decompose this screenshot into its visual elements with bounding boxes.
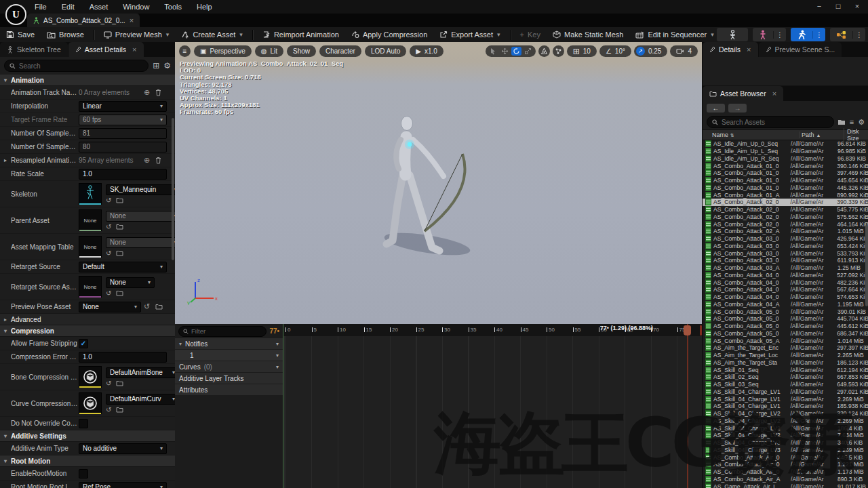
reimport-animation-button[interactable]: Reimport Animation	[256, 27, 345, 42]
camera-speed-button[interactable]: 4	[670, 45, 698, 57]
use-selected-icon[interactable]: ↺	[106, 380, 111, 387]
table-row[interactable]: AS_Idle_Aim_Up_0_Seq/All/Game/Ar96.814 K…	[703, 140, 868, 148]
chevron-down-icon[interactable]: ▾	[276, 352, 279, 359]
settings-gear-icon[interactable]: ⚙	[858, 118, 865, 127]
table-row[interactable]: AS_Skill_04_Charge_LV1/All/Game/Ar2.269 …	[703, 395, 868, 403]
tab-as-combo-attack[interactable]: AS_Combo_Attack_02_0... ×	[27, 14, 140, 27]
curve-compression-dropdown[interactable]: DefaultAnimCurv ▾	[106, 394, 175, 405]
chevron-down-icon[interactable]: ▾	[276, 341, 279, 347]
table-row[interactable]: AS_Combo_Attack_03_0/All/Game/Ar533.793 …	[703, 249, 868, 257]
table-row[interactable]: AS_Skill_03_Seq/All/Game/Ar649.593 KiB	[703, 381, 868, 388]
viewport-pill-perspective[interactable]: ▣Perspective	[194, 45, 252, 57]
table-row[interactable]: AS_Combo_Attack_05_0/All/Game/Ar686.347 …	[703, 330, 868, 338]
retarget-source-dropdown[interactable]: Default ▾	[79, 262, 167, 272]
trash-icon[interactable]	[155, 89, 161, 96]
filter-icon[interactable]: ≡	[850, 118, 854, 126]
asset-mapping-dropdown[interactable]: None ▾	[106, 237, 175, 248]
use-selected-icon[interactable]: ↺	[106, 249, 111, 257]
scale-tool-icon[interactable]	[523, 47, 533, 56]
preview-pose-dropdown[interactable]: None ▾	[79, 302, 141, 312]
table-row[interactable]: AS_Combo_Attack_02_0/All/Game/Ar545.775 …	[703, 206, 868, 214]
table-row[interactable]: AS_Aim_the_Target_Sta/All/Game/Ar186.123…	[703, 359, 868, 367]
table-row[interactable]: AS_Combo_Attack_05_0/All/Game/Ar445.704 …	[703, 315, 868, 323]
menu-file[interactable]: File	[27, 1, 54, 13]
section-animation[interactable]: ▾ Animation	[0, 75, 175, 86]
table-row[interactable]: AS_Combo_Attack_01_0/All/Game/Ar445.654 …	[703, 177, 868, 184]
table-row[interactable]: AS_Combo_Attack_01_0/All/Game/Ar397.469 …	[703, 169, 868, 177]
menu-edit[interactable]: Edit	[54, 1, 82, 13]
close-tab-icon[interactable]: ×	[772, 89, 776, 98]
table-row[interactable]: AS_Combo_Attack_04_0/All/Game/Ar527.092 …	[703, 272, 868, 279]
table-row[interactable]: AS_Combo_Attack_05_A/All/Game/Ar1.014 Mi…	[703, 337, 868, 344]
viewport-pill-character[interactable]: Character	[319, 45, 361, 57]
additive-anim-type-dropdown[interactable]: No additive ▾	[79, 443, 167, 454]
table-row[interactable]: AS_Skill_04_Charge_LV1/All/Game/Ar297.02…	[703, 388, 868, 396]
track-notifies[interactable]: ▾ Notifies ▾	[175, 338, 283, 349]
table-row[interactable]: AS_Combo_Attack_01_0/All/Game/Ar445.326 …	[703, 184, 868, 192]
browse-button[interactable]: Browse	[41, 27, 90, 42]
trash-icon[interactable]	[155, 157, 161, 164]
table-row[interactable]: AS_Combo_Attack_01_0/All/Game/Ar390.146 …	[703, 162, 868, 169]
playhead-handle[interactable]	[684, 325, 691, 336]
table-row[interactable]: AS_Combo_Attack_05_0/All/Game/Ar445.612 …	[703, 323, 868, 330]
save-button[interactable]: Save	[0, 27, 41, 42]
make-static-mesh-button[interactable]: Make Static Mesh	[547, 27, 629, 42]
bone-compression-thumbnail[interactable]	[79, 366, 102, 388]
table-row[interactable]: AS_Combo_Attack_04_0/All/Game/Ar574.653 …	[703, 293, 868, 301]
asset-mapping-thumbnail[interactable]: None	[79, 236, 102, 258]
curve-compression-thumbnail[interactable]	[79, 392, 102, 414]
surface-snap-button[interactable]	[553, 45, 564, 57]
select-tool-icon[interactable]	[488, 47, 498, 56]
open-folder-icon[interactable]	[837, 119, 846, 125]
retarget-source-asset-dropdown[interactable]: None ▾	[106, 277, 155, 288]
section-additive-settings[interactable]: ▾ Additive Settings	[0, 430, 175, 442]
column-path[interactable]: Path	[802, 131, 814, 138]
column-name[interactable]: Name	[712, 131, 728, 138]
left-panel-scrollbar[interactable]	[172, 118, 174, 260]
blueprint-mode-options-icon[interactable]: ⋮	[852, 31, 865, 39]
browse-to-asset-icon[interactable]	[116, 407, 123, 413]
tab-skeleton-tree[interactable]: Skeleton Tree	[0, 42, 68, 57]
move-tool-icon[interactable]	[500, 47, 510, 56]
viewport-menu-button[interactable]: ≡	[179, 45, 191, 57]
rotation-snap-button[interactable]: ∠ 10°	[599, 45, 631, 57]
close-window-button[interactable]: ×	[849, 0, 865, 12]
compression-error-field[interactable]: 1.0	[79, 352, 167, 363]
enable-root-motion-checkbox[interactable]	[79, 469, 88, 479]
history-back-button[interactable]: ←	[707, 104, 725, 113]
tab-asset-browser[interactable]: Asset Browser ×	[703, 86, 783, 101]
table-row[interactable]: AS_Game_Attack_Air_L/All/Game/Ar91.017 K…	[703, 483, 868, 488]
grid-view-icon[interactable]: ⊞	[153, 61, 159, 70]
viewport-pill-lit[interactable]: ◍Lit	[255, 45, 283, 57]
animation-mode-options-icon[interactable]: ⋮	[812, 31, 825, 39]
table-row[interactable]: AS_Combo_Attack_04_0/All/Game/Ar482.236 …	[703, 279, 868, 286]
asset-list-header[interactable]: Name⇅ Path▲ Disk Size	[703, 129, 868, 140]
skeleton-dropdown[interactable]: SK_Mannequin ▾	[106, 184, 175, 195]
chevron-right-icon[interactable]: ▸	[4, 157, 11, 163]
bone-compression-dropdown[interactable]: DefaultAnimBone ▾	[106, 367, 175, 378]
section-compression[interactable]: ▾ Compression	[0, 325, 175, 337]
tab-preview-scene-settings[interactable]: Preview Scene S...	[759, 42, 842, 57]
skeleton-thumbnail[interactable]	[79, 183, 102, 205]
track-curves[interactable]: Curves (0) ▾	[175, 361, 283, 372]
browse-to-asset-icon[interactable]	[116, 224, 123, 230]
track-notify-1[interactable]: 1 ▾	[175, 350, 283, 361]
table-row[interactable]: AS_Combo_Attack_03_A/All/Game/Ar1.25 MiB	[703, 264, 868, 272]
apply-compression-button[interactable]: Apply Compression	[345, 27, 433, 42]
restore-button[interactable]: □	[830, 0, 846, 12]
table-row[interactable]: AS_Combo_Attack_04_A/All/Game/Ar1.195 Mi…	[703, 301, 868, 308]
table-row[interactable]: AS_Combo_Attack_02_0/All/Game/Ar575.562 …	[703, 214, 868, 221]
use-selected-icon[interactable]: ↺	[106, 406, 111, 413]
table-row[interactable]: AS_Combo_Attack_03_0/All/Game/Ar426.964 …	[703, 235, 868, 243]
menu-asset[interactable]: Asset	[82, 1, 116, 13]
rotate-tool-icon[interactable]	[511, 47, 521, 56]
table-row[interactable]: AS_Combo_Attack_05_0/All/Game/Ar390.01 K…	[703, 308, 868, 315]
mesh-mode-button[interactable]: ⋮	[753, 28, 786, 41]
table-row[interactable]: AS_Skill_02_Seq/All/Game/Ar667.853 KiB	[703, 373, 868, 381]
browse-to-asset-icon[interactable]	[116, 290, 123, 296]
section-root-motion[interactable]: ▾ Root Motion	[0, 455, 175, 467]
browse-to-asset-icon[interactable]	[116, 250, 123, 256]
use-selected-icon[interactable]: ↺	[106, 289, 111, 297]
timeline-filter-input[interactable]: Filter	[178, 326, 267, 337]
browse-to-asset-icon[interactable]	[155, 304, 163, 310]
